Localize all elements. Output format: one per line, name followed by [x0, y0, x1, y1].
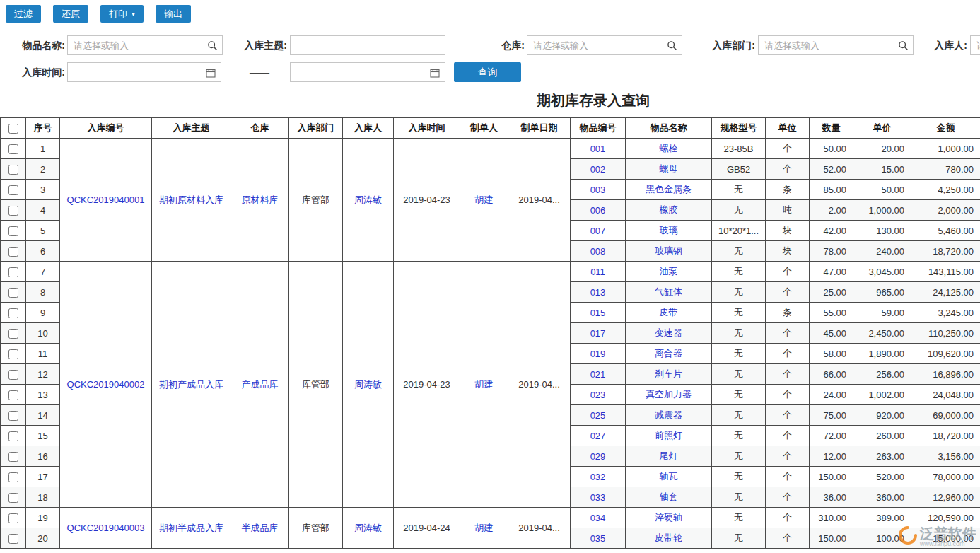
item-code-link[interactable]: 021 [571, 364, 626, 385]
item-code-link[interactable]: 033 [571, 487, 626, 508]
col-header-person: 入库人 [343, 118, 394, 139]
row-checkbox[interactable] [8, 370, 18, 380]
warehouse-link[interactable]: 半成品库 [231, 508, 289, 549]
row-checkbox[interactable] [8, 493, 18, 503]
item-code-link[interactable]: 003 [571, 180, 626, 200]
item-name-link[interactable]: 螺栓 [626, 139, 712, 159]
search-icon[interactable] [206, 40, 218, 51]
item-code-link[interactable]: 002 [571, 159, 626, 180]
item-name-link[interactable]: 轴瓦 [626, 467, 712, 487]
row-checkbox[interactable] [8, 308, 18, 318]
item-code-link[interactable]: 006 [571, 200, 626, 221]
row-checkbox[interactable] [8, 452, 18, 462]
item-code-link[interactable]: 015 [571, 303, 626, 323]
warehouse-link[interactable]: 原材料库 [231, 139, 289, 262]
row-checkbox[interactable] [8, 411, 18, 421]
calendar-icon[interactable] [205, 67, 216, 78]
inbound-code-link[interactable]: QCKC2019040003 [60, 508, 152, 549]
search-icon[interactable] [897, 40, 909, 51]
item-name-link[interactable]: 气缸体 [626, 282, 712, 303]
item-name-link[interactable]: 皮带轮 [626, 528, 712, 549]
item-name-link[interactable]: 减震器 [626, 405, 712, 426]
inbound-subject-link[interactable]: 期初半成品入库 [152, 508, 231, 549]
query-button[interactable]: 查询 [454, 62, 521, 82]
inbound-subject-link[interactable]: 期初产成品入库 [152, 262, 231, 508]
item-code-link[interactable]: 023 [571, 385, 626, 405]
row-checkbox[interactable] [8, 267, 18, 277]
item-name-link[interactable]: 黑色金属条 [626, 180, 712, 200]
restore-button[interactable]: 还原 [53, 5, 88, 23]
inbound-person-link[interactable]: 周涛敏 [343, 139, 394, 262]
row-checkbox[interactable] [8, 247, 18, 257]
item-name-link[interactable]: 尾灯 [626, 446, 712, 467]
item-code-link[interactable]: 013 [571, 282, 626, 303]
export-button[interactable]: 输出 [156, 5, 191, 23]
search-icon[interactable] [666, 40, 677, 51]
item-code-link[interactable]: 032 [571, 467, 626, 487]
creator-link[interactable]: 胡建 [460, 508, 508, 549]
item-name-link[interactable]: 轴套 [626, 487, 712, 508]
time-from-input[interactable] [67, 62, 221, 82]
calendar-icon[interactable] [429, 67, 441, 78]
row-checkbox[interactable] [8, 349, 18, 359]
row-checkbox[interactable] [8, 534, 18, 544]
item-name-link[interactable]: 离合器 [626, 344, 712, 364]
item-name-link[interactable]: 前照灯 [626, 426, 712, 446]
table-header: 序号 入库编号 入库主题 仓库 入库部门 入库人 入库时间 制单人 制单日期 物… [1, 118, 980, 139]
select-all-checkbox[interactable] [8, 124, 18, 134]
person-input[interactable] [970, 35, 980, 55]
inbound-code-link[interactable]: QCKC2019040002 [60, 262, 152, 508]
inbound-code-link[interactable]: QCKC2019040001 [60, 139, 152, 262]
row-number: 19 [26, 508, 60, 528]
row-checkbox[interactable] [8, 390, 18, 400]
spec-cell: 23-85B [712, 139, 766, 159]
inbound-time-cell: 2019-04-24 [394, 508, 460, 549]
item-code-link[interactable]: 011 [571, 262, 626, 282]
item-name-link[interactable]: 真空加力器 [626, 385, 712, 405]
item-code-link[interactable]: 008 [571, 241, 626, 262]
print-button[interactable]: 打印 ▾ [100, 5, 144, 23]
item-code-link[interactable]: 034 [571, 508, 626, 528]
item-name-link[interactable]: 橡胶 [626, 200, 712, 221]
row-checkbox[interactable] [8, 226, 18, 236]
row-checkbox-cell [1, 282, 26, 303]
inbound-person-link[interactable]: 周涛敏 [343, 508, 394, 549]
item-name-link[interactable]: 变速器 [626, 323, 712, 344]
subject-input[interactable] [290, 35, 445, 55]
row-checkbox[interactable] [8, 329, 18, 339]
item-code-link[interactable]: 029 [571, 446, 626, 467]
item-name-link[interactable]: 刹车片 [626, 364, 712, 385]
item-code-link[interactable]: 025 [571, 405, 626, 426]
filter-button[interactable]: 过滤 [6, 5, 41, 23]
item-name-link[interactable]: 油泵 [626, 262, 712, 282]
creator-link[interactable]: 胡建 [460, 262, 508, 508]
warehouse-link[interactable]: 产成品库 [231, 262, 289, 508]
row-checkbox[interactable] [8, 513, 18, 523]
item-code-link[interactable]: 007 [571, 221, 626, 241]
table-row: 7QCKC2019040002期初产成品入库产成品库库管部周涛敏2019-04-… [1, 262, 980, 282]
time-to-input[interactable] [290, 62, 445, 82]
inbound-subject-link[interactable]: 期初原材料入库 [152, 139, 231, 262]
item-name-link[interactable]: 玻璃钢 [626, 241, 712, 262]
row-checkbox[interactable] [8, 185, 18, 195]
row-checkbox[interactable] [8, 144, 18, 154]
item-name-link[interactable]: 皮带 [626, 303, 712, 323]
row-checkbox[interactable] [8, 472, 18, 482]
row-checkbox[interactable] [8, 431, 18, 441]
item-code-link[interactable]: 035 [571, 528, 626, 549]
row-checkbox[interactable] [8, 165, 18, 175]
item-name-input[interactable] [67, 35, 223, 55]
item-name-link[interactable]: 玻璃 [626, 221, 712, 241]
department-input[interactable] [758, 35, 914, 55]
row-checkbox[interactable] [8, 206, 18, 216]
row-checkbox[interactable] [8, 288, 18, 298]
item-code-link[interactable]: 001 [571, 139, 626, 159]
item-code-link[interactable]: 017 [571, 323, 626, 344]
inbound-person-link[interactable]: 周涛敏 [343, 262, 394, 508]
item-code-link[interactable]: 019 [571, 344, 626, 364]
item-name-link[interactable]: 螺母 [626, 159, 712, 180]
item-code-link[interactable]: 027 [571, 426, 626, 446]
warehouse-input[interactable] [527, 35, 682, 55]
item-name-link[interactable]: 淬硬轴 [626, 508, 712, 528]
creator-link[interactable]: 胡建 [460, 139, 508, 262]
